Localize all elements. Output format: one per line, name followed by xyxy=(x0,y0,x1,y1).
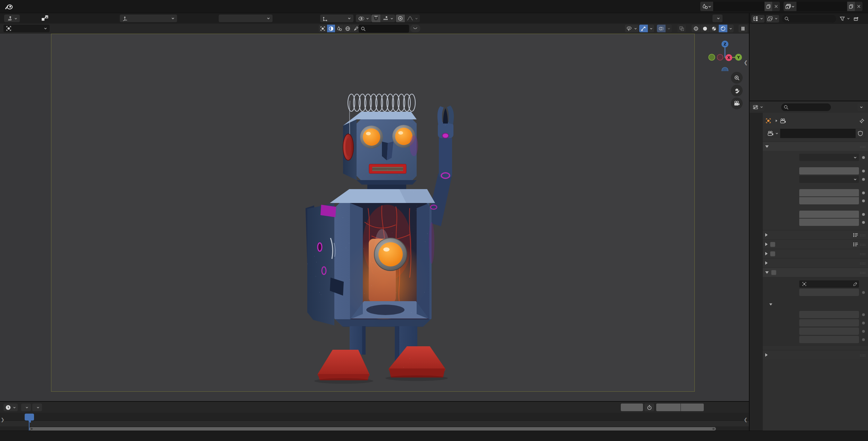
panel-dof-body xyxy=(763,277,868,346)
background-images-checkbox[interactable] xyxy=(770,251,775,256)
pin-icon[interactable] xyxy=(859,118,865,124)
scene-name-field[interactable] xyxy=(713,2,765,11)
eyedropper-icon[interactable] xyxy=(853,282,858,286)
outliner-filter-id-dropdown[interactable] xyxy=(766,15,779,23)
overlays-toggle[interactable] xyxy=(657,25,666,32)
shading-rendered-button[interactable] xyxy=(719,25,727,32)
object-icon xyxy=(766,118,771,124)
properties-search-field[interactable] xyxy=(781,103,831,111)
view-layer-name-field[interactable] xyxy=(796,2,847,11)
timeline: ❯ ❮ xyxy=(0,401,749,431)
clip-start-field[interactable] xyxy=(799,211,859,218)
dof-checkbox[interactable] xyxy=(771,270,776,275)
active-tool-settings-dropdown[interactable] xyxy=(4,15,20,22)
drag-dropdown[interactable] xyxy=(219,15,273,22)
fstop-field[interactable] xyxy=(799,311,859,318)
timeline-right-toggle[interactable]: ❮ xyxy=(744,417,748,422)
panel-custom-properties-header[interactable]: :::: xyxy=(763,350,868,359)
filter-scene-button[interactable] xyxy=(335,25,343,32)
gizmos-dropdown[interactable] xyxy=(648,25,654,32)
panel-camera-header[interactable]: :::: xyxy=(763,230,868,239)
shift-y-field[interactable] xyxy=(799,197,859,204)
filter-material-button[interactable] xyxy=(327,25,335,32)
blades-field[interactable] xyxy=(799,319,859,326)
sidebar-toggle[interactable]: ❮ xyxy=(744,60,748,65)
options-dropdown[interactable] xyxy=(712,15,723,22)
aperture-subpanel-header[interactable] xyxy=(763,300,868,309)
camera-datablock-dropdown[interactable] xyxy=(766,129,780,138)
keying-menu[interactable] xyxy=(32,404,42,411)
snap-settings-dropdown[interactable] xyxy=(381,15,395,22)
panel-lens-header[interactable]: :::: xyxy=(763,142,868,151)
panel-safe-areas-header[interactable]: :::: xyxy=(763,239,868,249)
safe-areas-checkbox[interactable] xyxy=(770,242,775,247)
view-layer-remove-button[interactable] xyxy=(855,2,862,11)
viewport-3d[interactable]: Z Y X ❮ xyxy=(0,34,749,401)
scene-icon[interactable] xyxy=(700,2,713,11)
lens-unit-dropdown[interactable] xyxy=(799,176,859,183)
navigation-gizmo[interactable]: Z Y X xyxy=(708,36,743,71)
shading-wireframe-button[interactable] xyxy=(692,25,700,32)
shift-x-field[interactable] xyxy=(799,189,859,196)
current-frame-field[interactable] xyxy=(621,404,643,411)
presets-icon[interactable] xyxy=(853,233,858,237)
filter-world-button[interactable] xyxy=(344,25,352,32)
viewport-search-field[interactable] xyxy=(359,25,409,33)
timeline-ruler[interactable] xyxy=(0,413,749,421)
start-frame-field[interactable] xyxy=(656,404,681,411)
zoom-button[interactable] xyxy=(731,72,743,84)
playback-menu[interactable] xyxy=(21,404,31,411)
panel-dof-header[interactable]: :::: xyxy=(763,268,868,277)
timeline-left-toggle[interactable]: ❯ xyxy=(1,417,5,422)
end-frame-field[interactable] xyxy=(681,404,704,411)
filter-object-button[interactable] xyxy=(319,25,327,32)
distance-field[interactable] xyxy=(799,289,859,296)
datablock-name-field[interactable] xyxy=(780,129,856,138)
playhead[interactable] xyxy=(25,414,34,421)
scale-tool-icon[interactable] xyxy=(41,15,49,22)
gizmos-toggle[interactable] xyxy=(639,25,648,32)
xray-toggle[interactable] xyxy=(677,25,686,32)
proportional-falloff-dropdown[interactable] xyxy=(405,15,420,22)
visibility-dropdown[interactable] xyxy=(625,25,639,32)
rotation-field[interactable] xyxy=(799,328,859,335)
snap-toggle[interactable] xyxy=(372,15,381,22)
shading-dropdown[interactable] xyxy=(728,25,734,32)
filter-expand-dropdown[interactable] xyxy=(410,25,420,32)
scene-unlink-button[interactable] xyxy=(772,2,780,11)
presets-icon[interactable] xyxy=(853,242,858,247)
panel-background-images-header[interactable]: :::: xyxy=(763,249,868,258)
view-layer-icon[interactable] xyxy=(784,2,796,11)
properties-options-dropdown[interactable] xyxy=(858,103,865,111)
clip-end-field[interactable] xyxy=(799,219,859,226)
transform-orientation-dropdown[interactable] xyxy=(320,15,353,22)
properties-editor-type-dropdown[interactable] xyxy=(751,103,765,111)
outliner-filter-dropdown[interactable] xyxy=(838,15,851,23)
ratio-field[interactable] xyxy=(799,336,859,343)
focus-object-field[interactable] xyxy=(799,280,859,288)
outliner-search-field[interactable] xyxy=(782,15,836,23)
scene-copy-button[interactable] xyxy=(765,2,772,11)
pan-hand-button[interactable] xyxy=(731,85,743,96)
timeline-editor-type-dropdown[interactable] xyxy=(3,404,18,411)
camera-data-icon xyxy=(780,118,786,124)
panel-viewport-display-header[interactable]: :::: xyxy=(763,258,868,268)
fake-user-shield-button[interactable] xyxy=(856,129,865,138)
new-collection-button[interactable] xyxy=(852,15,860,23)
shading-material-button[interactable] xyxy=(710,25,718,32)
timeline-scrollbar[interactable] xyxy=(29,427,716,431)
pivot-point-dropdown[interactable] xyxy=(356,15,372,22)
overlays-dropdown[interactable] xyxy=(666,25,672,32)
auto-keyframe-stopwatch-button[interactable] xyxy=(644,404,654,411)
shading-solid-button[interactable] xyxy=(701,25,709,32)
camera-view-button[interactable] xyxy=(731,97,743,109)
proportional-editing-toggle[interactable] xyxy=(396,15,405,22)
lens-type-dropdown[interactable] xyxy=(799,154,859,161)
pause-button[interactable] xyxy=(738,25,748,32)
orientation-dropdown[interactable] xyxy=(120,15,177,22)
view-layer-copy-button[interactable] xyxy=(847,2,855,11)
outliner-display-mode-dropdown[interactable] xyxy=(751,15,765,23)
focal-length-field[interactable] xyxy=(799,167,859,175)
blender-logo-icon[interactable] xyxy=(5,3,13,10)
mode-dropdown[interactable] xyxy=(3,25,50,32)
